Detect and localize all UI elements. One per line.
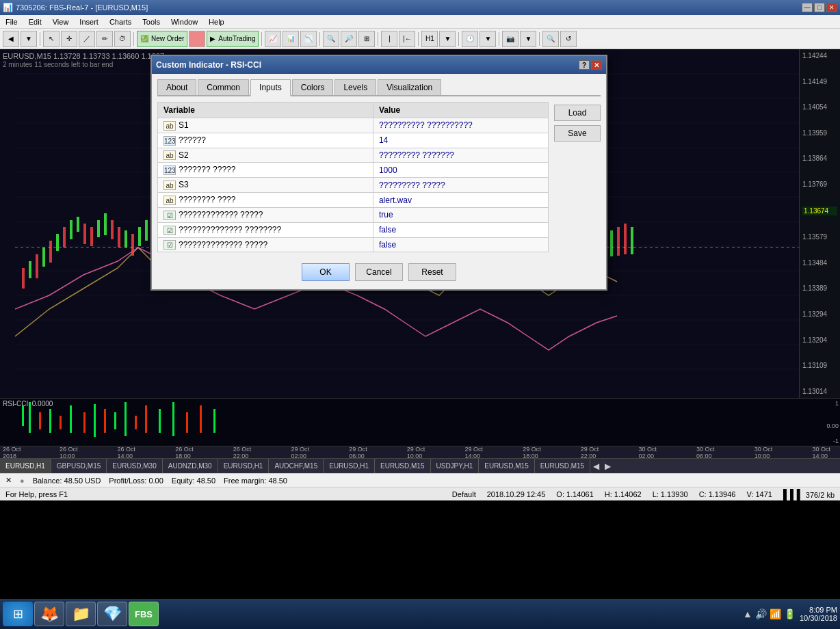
menu-edit[interactable]: Edit	[26, 18, 44, 26]
variable-cell: abS2	[158, 148, 373, 163]
table-row[interactable]: abS3????????? ?????	[158, 178, 549, 193]
load-button[interactable]: Load	[554, 105, 601, 121]
menu-insert[interactable]: Insert	[77, 18, 101, 26]
svg-rect-113	[145, 405, 147, 433]
table-row[interactable]: abS2????????? ???????	[158, 148, 549, 163]
taskbar-firefox[interactable]: 🦊	[34, 602, 64, 626]
tray-volume[interactable]: 🔊	[755, 608, 767, 619]
symbol-tab-8[interactable]: USDJPY,H1	[431, 459, 480, 473]
svg-rect-20	[70, 220, 73, 239]
value-cell[interactable]: true	[373, 207, 548, 222]
value-cell[interactable]: 1000	[373, 163, 548, 178]
account-x-btn[interactable]: ✕	[5, 476, 12, 485]
taskbar-gem[interactable]: 💎	[97, 602, 127, 626]
table-row[interactable]: 123??????? ?????1000	[158, 163, 549, 178]
table-row[interactable]: ab???????? ????alert.wav	[158, 193, 549, 208]
title-bar-left: 📊 7305206: FBS-Real-7 - [EURUSD,M15]	[3, 3, 148, 12]
svg-rect-118	[213, 409, 215, 433]
close-button[interactable]: ✕	[826, 3, 837, 12]
symbol-tab-0[interactable]: EURUSD,H1	[0, 459, 51, 473]
table-row[interactable]: ☑????????????? ?????true	[158, 207, 549, 222]
taskbar-explorer[interactable]: 📁	[66, 602, 96, 626]
toolbar-grid[interactable]: ⊞	[358, 31, 375, 47]
toolbar-tf-btn[interactable]: ▼	[439, 31, 456, 47]
symbol-tab-5[interactable]: AUDCHF,M15	[269, 459, 324, 473]
svg-rect-26	[111, 220, 114, 239]
menu-help[interactable]: Help	[206, 18, 227, 26]
symbol-tab-9[interactable]: EURUSD,M15	[479, 459, 534, 473]
menu-file[interactable]: File	[3, 18, 21, 26]
toolbar-red-btn[interactable]	[189, 31, 205, 47]
toolbar-tf-2[interactable]: |←	[399, 31, 415, 47]
dialog-close-button[interactable]: ✕	[591, 60, 602, 70]
toolbar-tf-down[interactable]: ▼	[480, 31, 496, 47]
dialog-help-button[interactable]: ?	[579, 60, 590, 70]
taskbar-fbs[interactable]: FBS	[129, 602, 159, 626]
table-row[interactable]: abS1?????????? ??????????	[158, 118, 549, 133]
value-cell[interactable]: alert.wav	[373, 193, 548, 208]
tabs-arrow-left[interactable]: ◀	[590, 461, 602, 471]
symbol-tab-1[interactable]: GBPUSD,M15	[51, 459, 107, 473]
toolbar-line[interactable]: ／	[79, 31, 95, 47]
minimize-button[interactable]: —	[802, 3, 813, 12]
toolbar-tf-h1[interactable]: H1	[421, 31, 438, 47]
value-cell[interactable]: ?????????? ??????????	[373, 118, 548, 133]
toolbar-sep-4	[319, 32, 320, 46]
tabs-arrow-right[interactable]: ▶	[602, 461, 614, 471]
variable-cell: ☑?????????????? ?????	[158, 237, 373, 252]
symbol-tab-2[interactable]: EURUSD,M30	[107, 459, 162, 473]
maximize-button[interactable]: □	[814, 3, 825, 12]
table-row[interactable]: 123??????14	[158, 133, 549, 148]
symbol-tab-4[interactable]: EURUSD,H1	[218, 459, 270, 473]
menu-window[interactable]: Window	[168, 18, 200, 26]
value-cell[interactable]: false	[373, 222, 548, 237]
tray-arrow[interactable]: ▲	[743, 608, 752, 619]
value-cell[interactable]: ????????? ?????	[373, 178, 548, 193]
toolbar-chart-3[interactable]: 📉	[300, 31, 317, 47]
table-row[interactable]: ☑?????????????? ????????false	[158, 222, 549, 237]
toolbar-period[interactable]: ⏱	[114, 31, 131, 47]
symbol-tab-7[interactable]: EURUSD,M15	[375, 459, 430, 473]
price-level-7: 1.13674	[802, 206, 837, 215]
toolbar-search[interactable]: 🔍	[542, 31, 559, 47]
tab-colors[interactable]: Colors	[292, 79, 334, 95]
toolbar-tf-1[interactable]: |	[381, 31, 397, 47]
symbol-tab-10[interactable]: EURUSD,M15	[535, 459, 590, 473]
tray-network[interactable]: 📶	[770, 608, 781, 619]
toolbar-text[interactable]: ✏	[96, 31, 113, 47]
toolbar-cross[interactable]: ✛	[61, 31, 77, 47]
value-cell[interactable]: 14	[373, 133, 548, 148]
symbol-tab-6[interactable]: EURUSD,H1	[324, 459, 375, 473]
menu-tools[interactable]: Tools	[140, 18, 163, 26]
tab-levels[interactable]: Levels	[334, 79, 376, 95]
cancel-button[interactable]: Cancel	[355, 263, 403, 281]
toolbar-zoom-in[interactable]: 🔎	[341, 31, 357, 47]
toolbar-cursor[interactable]: ↖	[43, 31, 60, 47]
ok-button[interactable]: OK	[302, 263, 350, 281]
auto-trading-button[interactable]: ▶ AutoTrading	[207, 31, 259, 47]
symbol-tab-3[interactable]: AUDNZD,M30	[163, 459, 218, 473]
menu-charts[interactable]: Charts	[107, 18, 134, 26]
toolbar-btn-1[interactable]: ◀	[3, 31, 19, 47]
start-button[interactable]: ⊞	[3, 602, 33, 626]
tab-visualization[interactable]: Visualization	[378, 79, 441, 95]
toolbar-btn-2[interactable]: ▼	[21, 31, 37, 47]
reset-button[interactable]: Reset	[408, 263, 456, 281]
menu-view[interactable]: View	[50, 18, 72, 26]
value-cell[interactable]: false	[373, 237, 548, 252]
toolbar-refresh[interactable]: ↺	[560, 31, 577, 47]
save-button[interactable]: Save	[554, 125, 601, 142]
tray-power[interactable]: 🔋	[784, 608, 796, 619]
toolbar-camera[interactable]: 📷	[502, 31, 519, 47]
toolbar-zoom-out[interactable]: 🔍	[323, 31, 339, 47]
new-order-button[interactable]: 💹 New Order	[137, 31, 187, 47]
toolbar-chart-2[interactable]: 📊	[283, 31, 299, 47]
tab-inputs[interactable]: Inputs	[250, 79, 291, 96]
tab-about[interactable]: About	[157, 79, 196, 95]
toolbar-chart-1[interactable]: 📈	[265, 31, 281, 47]
toolbar-clock[interactable]: 🕐	[462, 31, 478, 47]
tab-common[interactable]: Common	[198, 79, 249, 95]
table-row[interactable]: ☑?????????????? ?????false	[158, 237, 549, 252]
value-cell[interactable]: ????????? ???????	[373, 148, 548, 163]
toolbar-camera-down[interactable]: ▼	[520, 31, 536, 47]
